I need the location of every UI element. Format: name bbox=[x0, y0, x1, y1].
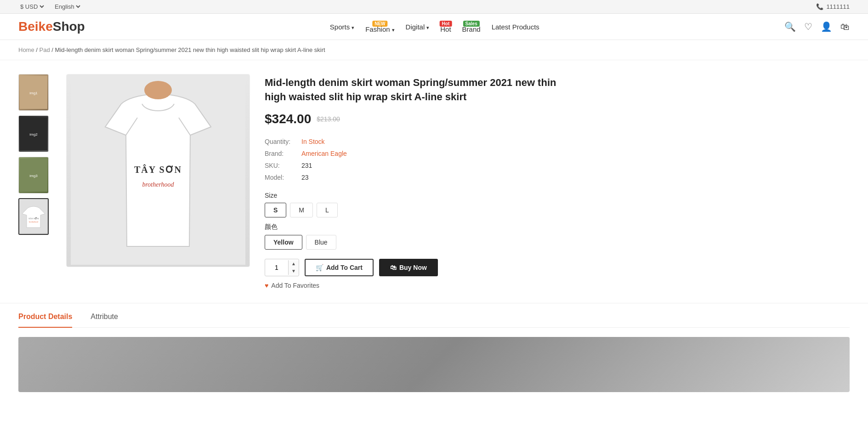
product-meta: Quantity: In Stock Brand: American Eagle… bbox=[265, 136, 579, 183]
meta-row-quantity: Quantity: In Stock bbox=[265, 136, 579, 148]
thumbnail-4[interactable]: TÂY SƠN brotherhood bbox=[18, 198, 49, 235]
logo-beike: Beike bbox=[18, 19, 53, 34]
meta-row-model: Model: 23 bbox=[265, 171, 579, 183]
quantity-arrows: ▲ ▼ bbox=[288, 260, 299, 275]
nav-item-sports[interactable]: Sports bbox=[330, 23, 354, 31]
svg-point-12 bbox=[144, 81, 172, 99]
tab-attribute[interactable]: Attribute bbox=[91, 313, 118, 327]
breadcrumb-current: Mid-length denim skirt woman Spring/summ… bbox=[55, 46, 325, 53]
heart-icon: ♥ bbox=[265, 282, 268, 289]
sku-value: 231 bbox=[301, 160, 579, 171]
tab-content bbox=[18, 328, 850, 401]
dropdown-arrow-3 bbox=[426, 23, 429, 31]
price-area: $324.00 $213.00 bbox=[265, 112, 579, 126]
nav-item-hot[interactable]: Hot Hot bbox=[440, 25, 451, 33]
svg-text:TÂY SƠN: TÂY SƠN bbox=[28, 217, 39, 220]
main-product-image: TÂY SƠN brotherhood bbox=[66, 74, 250, 267]
svg-text:brotherhood: brotherhood bbox=[29, 221, 38, 223]
quantity-label: Quantity: bbox=[265, 136, 301, 148]
svg-text:img1: img1 bbox=[29, 91, 38, 95]
hot-badge: Hot bbox=[440, 21, 452, 27]
top-bar-left: $ USD English bbox=[18, 3, 82, 11]
bag-icon-btn: 🛍 bbox=[390, 264, 397, 271]
meta-row-brand: Brand: American Eagle bbox=[265, 148, 579, 160]
account-icon[interactable]: 👤 bbox=[821, 21, 832, 32]
thumbnails: img1 img2 img3 TÂY SƠN brotherhood bbox=[18, 74, 51, 289]
brand-value: American Eagle bbox=[301, 148, 579, 160]
tab-content-preview bbox=[18, 337, 850, 392]
logo[interactable]: BeikeShop bbox=[18, 19, 85, 34]
svg-text:TÂY SƠN: TÂY SƠN bbox=[134, 164, 182, 175]
quantity-input[interactable] bbox=[265, 264, 288, 271]
buy-now-button[interactable]: 🛍 Buy Now bbox=[379, 259, 438, 276]
nav-item-fashion[interactable]: NEW Fashion bbox=[365, 25, 394, 33]
dropdown-arrow bbox=[352, 23, 354, 31]
cart-icon[interactable]: 🛍 bbox=[840, 22, 850, 32]
quantity-input-wrap: ▲ ▼ bbox=[265, 259, 299, 276]
breadcrumb-pad[interactable]: Pad bbox=[40, 46, 50, 53]
wishlist-icon[interactable]: ♡ bbox=[804, 21, 812, 32]
size-label: Size bbox=[265, 192, 579, 199]
nav-item-brand[interactable]: Sales Brand bbox=[462, 25, 481, 33]
search-icon[interactable]: 🔍 bbox=[784, 21, 796, 32]
dropdown-arrow-2 bbox=[392, 25, 395, 33]
logo-shop: Shop bbox=[53, 19, 85, 34]
main-image-content: TÂY SƠN brotherhood bbox=[67, 74, 250, 267]
nav-item-latest[interactable]: Latest Products bbox=[492, 23, 539, 31]
size-option-s[interactable]: S bbox=[265, 203, 286, 217]
sales-badge: Sales bbox=[463, 21, 480, 27]
thumbnail-3[interactable]: img3 bbox=[18, 157, 49, 194]
phone-number: 1111111 bbox=[826, 3, 850, 10]
svg-text:img3: img3 bbox=[29, 174, 38, 178]
fashion-badge: NEW bbox=[372, 21, 387, 27]
thumbnail-2[interactable]: img2 bbox=[18, 115, 49, 152]
price-original: $213.00 bbox=[317, 115, 340, 123]
top-bar: $ USD English 📞 1111111 bbox=[0, 0, 868, 14]
price-current: $324.00 bbox=[265, 112, 311, 126]
header: BeikeShop Sports NEW Fashion Digital Hot… bbox=[0, 14, 868, 40]
color-option-yellow[interactable]: Yellow bbox=[265, 235, 302, 250]
quantity-value: In Stock bbox=[301, 136, 579, 148]
currency-select[interactable]: $ USD bbox=[18, 3, 45, 11]
meta-row-sku: SKU: 231 bbox=[265, 160, 579, 171]
size-option-l[interactable]: L bbox=[317, 203, 338, 217]
size-options: S M L bbox=[265, 203, 579, 217]
thumbnail-1[interactable]: img1 bbox=[18, 74, 49, 111]
main-nav: Sports NEW Fashion Digital Hot Hot Sales… bbox=[330, 21, 539, 33]
model-value: 23 bbox=[301, 171, 579, 183]
product-area: img1 img2 img3 TÂY SƠN brotherhood bbox=[0, 60, 597, 303]
quantity-up[interactable]: ▲ bbox=[289, 260, 299, 268]
size-option-m[interactable]: M bbox=[290, 203, 313, 217]
nav-item-digital[interactable]: Digital bbox=[406, 23, 430, 31]
color-option-blue[interactable]: Blue bbox=[306, 235, 336, 250]
nav-icons: 🔍 ♡ 👤 🛍 bbox=[784, 21, 850, 32]
quantity-area: ▲ ▼ 🛒 Add To Cart 🛍 Buy Now bbox=[265, 259, 579, 276]
product-title: Mid-length denim skirt woman Spring/summ… bbox=[265, 76, 579, 104]
brand-label: Brand: bbox=[265, 148, 301, 160]
breadcrumb-home[interactable]: Home bbox=[18, 46, 34, 53]
product-info: Mid-length denim skirt woman Spring/summ… bbox=[265, 74, 579, 289]
tabs-area: Product Details Attribute bbox=[0, 303, 868, 401]
top-bar-right: 📞 1111111 bbox=[816, 3, 850, 10]
model-label: Model: bbox=[265, 171, 301, 183]
sku-label: SKU: bbox=[265, 160, 301, 171]
quantity-down[interactable]: ▼ bbox=[289, 268, 299, 275]
svg-text:img2: img2 bbox=[29, 132, 38, 137]
svg-text:brotherhood: brotherhood bbox=[142, 181, 174, 188]
language-select[interactable]: English bbox=[53, 3, 82, 11]
cart-icon-btn: 🛒 bbox=[316, 264, 323, 271]
tab-product-details[interactable]: Product Details bbox=[18, 313, 72, 327]
add-to-cart-button[interactable]: 🛒 Add To Cart bbox=[305, 259, 374, 276]
breadcrumb: Home / Pad / Mid-length denim skirt woma… bbox=[0, 40, 868, 60]
add-to-favorites[interactable]: ♥ Add To Favorites bbox=[265, 282, 579, 289]
tabs-header: Product Details Attribute bbox=[18, 303, 850, 328]
color-label: 颜色 bbox=[265, 223, 579, 231]
phone-icon: 📞 bbox=[816, 3, 823, 10]
color-options: Yellow Blue bbox=[265, 235, 579, 250]
